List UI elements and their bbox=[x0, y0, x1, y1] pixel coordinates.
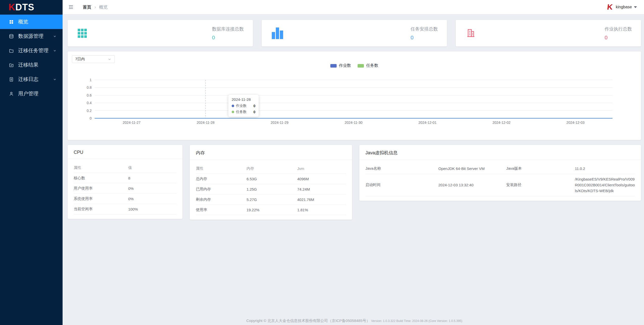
stat-card-task-schedules: 任务安排总数 0 bbox=[262, 20, 447, 46]
kingbase-logo-icon: K bbox=[607, 3, 613, 11]
svg-text:2024-11-28: 2024-11-28 bbox=[197, 121, 214, 125]
bar-chart-icon bbox=[272, 27, 283, 39]
dashboard-grid-icon bbox=[9, 19, 14, 25]
legend-label: 作业数 bbox=[339, 63, 351, 68]
table-header-row: 属性 内存 Jvm bbox=[196, 163, 346, 174]
page-content: 数据库连接总数 0 任务安排总数 0 作业执行总数 bbox=[63, 14, 644, 325]
tooltip-row: 任务数 0 bbox=[232, 110, 255, 114]
date-range-value: 7日内 bbox=[75, 57, 85, 62]
table-row: 当前空闲率 100% bbox=[74, 204, 176, 214]
breadcrumb: 首页 › 概览 bbox=[83, 4, 108, 10]
legend-item-tasks[interactable]: 任务数 bbox=[358, 63, 378, 68]
stat-card-db-connections: 数据库连接总数 0 bbox=[68, 20, 253, 46]
svg-text:2024-11-29: 2024-11-29 bbox=[271, 121, 289, 125]
sidebar-item-migration-results[interactable]: 迁移结果 bbox=[0, 58, 63, 72]
table-row: 启动时间 2024-12-03 13:32:40 安装路径 /KingbaseE… bbox=[365, 174, 635, 196]
folder-icon bbox=[9, 48, 14, 53]
stat-value: 0 bbox=[212, 35, 215, 41]
stat-card-job-executions: 作业执行总数 0 bbox=[456, 20, 641, 46]
svg-text:0.6: 0.6 bbox=[87, 93, 92, 97]
page-footer: Copyright © 北京人大金仓信息技术股份有限公司（京ICP备050584… bbox=[68, 316, 641, 325]
svg-text:2024-12-01: 2024-12-01 bbox=[418, 121, 437, 125]
top-header: 首页 › 概览 K kingbase bbox=[63, 0, 644, 14]
user-name: kingbase bbox=[616, 5, 632, 9]
sidebar-item-label: 用户管理 bbox=[18, 90, 38, 97]
stats-row: 数据库连接总数 0 任务安排总数 0 作业执行总数 bbox=[68, 20, 641, 46]
logo-text: DTS bbox=[15, 2, 34, 13]
memory-table: 属性 内存 Jvm 总内存 6.53G 4096M 已用内存 1.25G bbox=[190, 160, 352, 220]
breadcrumb-home[interactable]: 首页 bbox=[83, 4, 91, 10]
app-logo: KDTS bbox=[0, 0, 63, 15]
sidebar-item-label: 概览 bbox=[18, 18, 28, 25]
folder-check-icon bbox=[9, 62, 14, 68]
grid-3x3-icon bbox=[78, 29, 87, 38]
svg-text:0: 0 bbox=[90, 116, 92, 120]
svg-text:2024-12-02: 2024-12-02 bbox=[492, 121, 511, 125]
sidebar-item-label: 迁移任务管理 bbox=[18, 47, 48, 54]
series-dot-icon bbox=[232, 111, 234, 113]
table-header-row: 属性 值 bbox=[74, 163, 176, 173]
chevron-down-icon bbox=[108, 57, 112, 61]
chart-legend: 作业数 任务数 bbox=[330, 63, 378, 68]
panel-title: CPU bbox=[68, 145, 182, 159]
stat-label: 作业执行总数 bbox=[605, 26, 632, 32]
stat-value: 0 bbox=[411, 35, 414, 41]
logo-k: K bbox=[9, 2, 15, 13]
panel-title: Java虚拟机信息 bbox=[359, 145, 641, 160]
svg-text:1: 1 bbox=[90, 78, 92, 82]
buildings-icon bbox=[466, 28, 476, 39]
user-icon bbox=[9, 91, 14, 97]
panel-title: 内存 bbox=[190, 145, 352, 160]
jvm-table: Java名称 OpenJDK 64-Bit Server VM Java版本 1… bbox=[359, 160, 641, 201]
table-row: 已用内存 1.25G 74.24M bbox=[196, 184, 346, 194]
legend-label: 任务数 bbox=[366, 63, 378, 68]
table-row: 剩余内存 5.27G 4021.76M bbox=[196, 194, 346, 205]
caret-down-icon bbox=[634, 6, 637, 8]
sidebar-collapse-icon[interactable] bbox=[68, 4, 74, 10]
sidebar-item-migration-tasks[interactable]: 迁移任务管理 bbox=[0, 43, 63, 58]
sidebar-item-overview[interactable]: 概览 bbox=[0, 15, 63, 29]
user-menu[interactable]: K kingbase bbox=[607, 3, 637, 11]
svg-text:0.8: 0.8 bbox=[87, 85, 92, 90]
table-row: 用户使用率 0% bbox=[74, 183, 176, 194]
svg-text:0.2: 0.2 bbox=[87, 109, 92, 113]
jvm-panel: Java虚拟机信息 Java名称 OpenJDK 64-Bit Server V… bbox=[359, 145, 641, 201]
svg-text:2024-11-27: 2024-11-27 bbox=[123, 121, 141, 125]
breadcrumb-separator-icon: › bbox=[94, 4, 96, 10]
svg-text:0.4: 0.4 bbox=[87, 101, 92, 105]
table-row: 总内存 6.53G 4096M bbox=[196, 174, 346, 184]
document-icon bbox=[9, 77, 14, 82]
chevron-down-icon bbox=[53, 78, 57, 81]
copyright-text: Copyright © 北京人大金仓信息技术股份有限公司（京ICP备050584… bbox=[246, 318, 370, 323]
cpu-table: 属性 值 核心数 8 用户使用率 0% 系统使用率 bbox=[68, 159, 182, 219]
table-row: 核心数 8 bbox=[74, 173, 176, 183]
sidebar-menu: 概览 数据源管理 迁移任务管理 bbox=[0, 15, 63, 101]
svg-text:2024-11-30: 2024-11-30 bbox=[345, 121, 363, 125]
cpu-panel: CPU 属性 值 核心数 8 用户使用率 0% bbox=[68, 145, 182, 219]
stat-label: 任务安排总数 bbox=[411, 26, 438, 32]
breadcrumb-current: 概览 bbox=[99, 4, 108, 10]
table-row: 使用率 19.22% 1.81% bbox=[196, 205, 346, 215]
sidebar-item-user-management[interactable]: 用户管理 bbox=[0, 86, 63, 101]
memory-panel: 内存 属性 内存 Jvm 总内存 6.53G 4096M bbox=[190, 145, 352, 220]
sidebar-item-migration-logs[interactable]: 迁移日志 bbox=[0, 72, 63, 86]
system-panels-row: CPU 属性 值 核心数 8 用户使用率 0% bbox=[68, 145, 641, 220]
sidebar-item-datasource[interactable]: 数据源管理 bbox=[0, 29, 63, 43]
sidebar-item-label: 迁移结果 bbox=[18, 62, 38, 68]
table-row: Java名称 OpenJDK 64-Bit Server VM Java版本 1… bbox=[365, 163, 635, 174]
stat-label: 数据库连接总数 bbox=[212, 26, 244, 32]
version-text: Version: 1.0.3.322 Build Time: 2024-08-2… bbox=[371, 319, 462, 323]
svg-text:2024-12-03: 2024-12-03 bbox=[567, 121, 585, 125]
main-area: 首页 › 概览 K kingbase 数据库连接总数 0 bbox=[63, 0, 644, 325]
legend-swatch-tasks bbox=[358, 64, 364, 68]
legend-item-jobs[interactable]: 作业数 bbox=[330, 63, 351, 68]
sidebar-item-label: 迁移日志 bbox=[18, 76, 38, 83]
sidebar-item-label: 数据源管理 bbox=[18, 33, 43, 40]
date-range-select[interactable]: 7日内 bbox=[72, 55, 115, 63]
chevron-down-icon bbox=[53, 49, 57, 52]
table-row: 系统使用率 0% bbox=[74, 194, 176, 204]
legend-swatch-jobs bbox=[330, 64, 337, 68]
tooltip-row: 作业数 0 bbox=[232, 104, 255, 108]
chart-tooltip: 2024-11-28 作业数 0 任务数 0 bbox=[228, 95, 259, 117]
database-icon bbox=[9, 34, 14, 39]
